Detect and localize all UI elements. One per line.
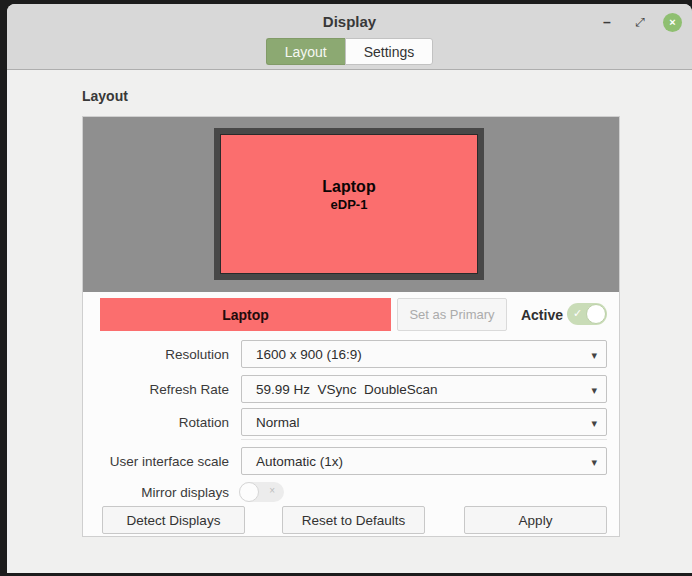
- reset-to-defaults-button[interactable]: Reset to Defaults: [282, 506, 425, 534]
- chevron-down-icon: ▾: [591, 350, 597, 361]
- monitor-connector: eDP-1: [331, 197, 368, 212]
- close-icon[interactable]: ×: [663, 13, 682, 32]
- rotation-dropdown[interactable]: Normal ▾: [241, 408, 607, 436]
- chevron-down-icon: ▾: [591, 457, 597, 468]
- maximize-icon[interactable]: ⤢: [630, 12, 650, 32]
- headerbar: Display – ⤢ × Layout Settings: [7, 4, 692, 70]
- window-controls: – ⤢ ×: [597, 12, 682, 32]
- cross-icon: ×: [269, 485, 275, 496]
- check-icon: ✓: [573, 307, 582, 320]
- toggle-knob: [239, 482, 259, 502]
- apply-button[interactable]: Apply: [464, 506, 607, 534]
- active-label: Active: [507, 298, 563, 331]
- tab-settings[interactable]: Settings: [345, 38, 434, 65]
- refresh-rate-value: 59.99 Hz VSync DoubleScan: [242, 382, 438, 397]
- rotation-value: Normal: [242, 415, 300, 430]
- toggle-knob: [586, 304, 606, 324]
- resolution-label: Resolution: [83, 340, 229, 368]
- monitor-arrangement-canvas[interactable]: Laptop eDP-1: [83, 117, 619, 292]
- display-settings-window: Display – ⤢ × Layout Settings Layout Lap…: [7, 4, 692, 573]
- chevron-down-icon: ▾: [591, 418, 597, 429]
- refresh-rate-label: Refresh Rate: [83, 375, 229, 403]
- monitor-select-button[interactable]: Laptop: [100, 298, 391, 331]
- refresh-rate-dropdown[interactable]: 59.99 Hz VSync DoubleScan ▾: [241, 375, 607, 403]
- window-title: Display: [7, 13, 692, 30]
- rotation-label: Rotation: [83, 408, 229, 436]
- ui-scale-dropdown[interactable]: Automatic (1x) ▾: [241, 447, 607, 475]
- row-separator: [241, 439, 607, 440]
- layout-section-heading: Layout: [82, 88, 128, 104]
- resolution-value: 1600 x 900 (16:9): [242, 347, 362, 362]
- active-toggle[interactable]: ✓: [567, 303, 607, 325]
- monitor-preview[interactable]: Laptop eDP-1: [214, 128, 484, 280]
- resolution-dropdown[interactable]: 1600 x 900 (16:9) ▾: [241, 340, 607, 368]
- minimize-icon[interactable]: –: [597, 12, 617, 32]
- detect-displays-button[interactable]: Detect Displays: [102, 506, 245, 534]
- ui-scale-value: Automatic (1x): [242, 454, 343, 469]
- mirror-displays-toggle[interactable]: ×: [239, 482, 284, 502]
- set-as-primary-button[interactable]: Set as Primary: [397, 298, 507, 331]
- chevron-down-icon: ▾: [591, 385, 597, 396]
- monitor-name: Laptop: [322, 178, 375, 196]
- tab-layout[interactable]: Layout: [266, 38, 345, 65]
- mirror-displays-label: Mirror displays: [83, 482, 229, 502]
- ui-scale-label: User interface scale: [83, 447, 229, 475]
- layout-frame: Laptop eDP-1 Laptop Set as Primary Activ…: [82, 116, 620, 537]
- tab-switcher: Layout Settings: [7, 38, 692, 65]
